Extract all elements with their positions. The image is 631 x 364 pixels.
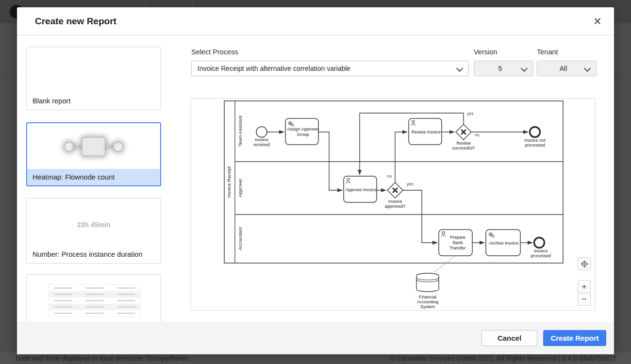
template-card-number[interactable]: 23h 45min Number: Process instance durat…	[26, 198, 161, 264]
create-report-button[interactable]: Create Report	[543, 330, 606, 346]
lane-label-team-assistant: Team Assistant	[237, 116, 243, 147]
tenant-select-value: All	[560, 65, 567, 72]
duration-preview: 23h 45min	[27, 221, 161, 229]
zoom-out-button[interactable]: −	[578, 293, 591, 306]
flow-label-review-yes: yes	[467, 111, 473, 116]
start-event-invoice-received	[256, 127, 267, 137]
task-label: Assign Approver	[287, 127, 319, 132]
template-card-blank[interactable]: Blank report	[26, 47, 161, 110]
cancel-button[interactable]: Cancel	[482, 330, 537, 346]
modal-title: Create new Report	[35, 16, 116, 27]
template-label: Number: Process instance duration	[27, 246, 161, 263]
start-event-label: received	[253, 142, 270, 147]
gateway-label: Review	[456, 141, 471, 146]
end-event-invoice-not-processed	[530, 127, 540, 137]
chevron-down-icon	[584, 65, 591, 72]
timezone-note: Date and Time displayed in local timezon…	[16, 354, 188, 362]
modal-footer: Cancel Create Report	[17, 322, 614, 354]
select-process-label: Select Process	[191, 48, 238, 56]
bpmn-canvas: Invoice Receipt Team Assistant Approver …	[191, 99, 596, 311]
data-store-financial-accounting-system	[416, 273, 439, 292]
template-label: Blank report	[27, 92, 161, 110]
zoom-in-button[interactable]: +	[578, 280, 591, 293]
chevron-down-icon	[456, 65, 463, 72]
reset-view-button[interactable]	[578, 257, 591, 270]
template-card-heatmap[interactable]: Heatmap: Flownode count	[26, 122, 161, 186]
task-label: Group	[297, 132, 309, 137]
end-event-invoice-processed	[534, 238, 545, 248]
data-store-label: Accounting	[417, 299, 439, 304]
start-event-label: Invoice	[255, 137, 269, 142]
process-select-value: Invoice Receipt with alternative correla…	[192, 65, 350, 72]
modal-header: Create new Report ×	[17, 7, 614, 35]
version-label: Version	[474, 48, 497, 56]
close-icon[interactable]: ×	[589, 13, 606, 30]
bpmn-diagram-preview: Invoice Receipt Team Assistant Approver …	[191, 98, 596, 311]
flow-label-approved-yes: yes	[407, 182, 413, 186]
gateway-label: successful?	[452, 146, 475, 150]
task-label: Transfer	[449, 246, 465, 250]
end-event-label: Invoice not	[524, 138, 546, 143]
data-store-label: Financial	[419, 295, 436, 299]
end-event-label: processed	[531, 253, 551, 258]
chevron-down-icon	[521, 65, 528, 72]
process-select[interactable]: Invoice Receipt with alternative correla…	[191, 61, 469, 76]
tenant-label: Tenant	[537, 48, 558, 56]
task-label: Bank	[453, 240, 463, 245]
end-event-label: Invoice	[534, 248, 548, 253]
template-label: Heatmap: Flownode count	[27, 169, 160, 185]
task-label: Approve Invoice	[346, 187, 377, 192]
task-label: Prepare	[450, 235, 465, 240]
version-select-value: 5	[498, 65, 502, 72]
tenant-select[interactable]: All	[537, 61, 597, 76]
gateway-label: approved?	[385, 204, 406, 209]
copyright-note: © Camunda Services GmbH 2021, All Rights…	[390, 354, 616, 362]
pool-label: Invoice Receipt	[226, 166, 232, 198]
lane-label-accountant: Accountant	[237, 227, 243, 250]
version-select[interactable]: 5	[474, 61, 533, 76]
gateway-label: Invoice	[388, 199, 402, 204]
flow-label-review-no: no	[475, 132, 480, 137]
task-label: Archive Invoice	[489, 241, 518, 246]
heatmap-preview-icon	[27, 123, 160, 170]
create-report-modal: Create new Report × Blank report Heatmap…	[17, 7, 614, 354]
end-event-label: processed	[525, 143, 545, 148]
lane-label-approver: Approver	[237, 179, 243, 198]
crosshair-icon	[581, 260, 588, 268]
flow-label-approved-no: no	[387, 174, 392, 179]
task-label: Review Invoice	[412, 130, 441, 134]
table-preview-icon	[49, 284, 141, 317]
data-store-label: System	[420, 304, 435, 309]
